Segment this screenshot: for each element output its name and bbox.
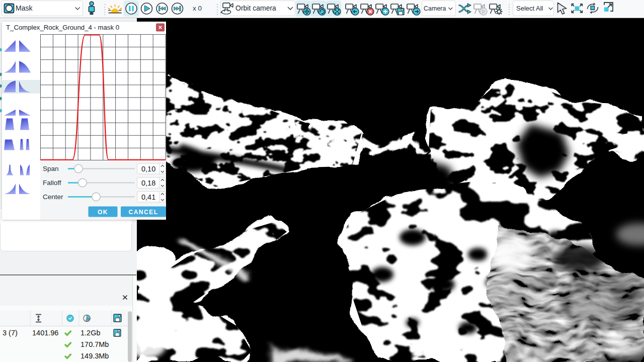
svg-text:CANCEL: CANCEL <box>129 209 158 216</box>
svg-text:0,10: 0,10 <box>141 165 155 173</box>
svg-text:OK: OK <box>98 209 108 216</box>
svg-text:170.7Mb: 170.7Mb <box>80 340 109 348</box>
svg-text:Span: Span <box>43 165 59 172</box>
svg-text:Falloff: Falloff <box>43 179 61 187</box>
svg-text:1.2Gb: 1.2Gb <box>80 329 101 337</box>
svg-text:1401.96: 1401.96 <box>32 329 58 337</box>
svg-text:0,41: 0,41 <box>141 193 155 201</box>
svg-text:3 (7): 3 (7) <box>3 329 18 337</box>
svg-text:T_Complex_Rock_Ground_4 - mask: T_Complex_Rock_Ground_4 - mask 0 <box>6 24 119 31</box>
svg-text:Center: Center <box>43 193 63 201</box>
svg-text:0,18: 0,18 <box>141 179 155 187</box>
svg-text:149.3Mb: 149.3Mb <box>80 352 109 360</box>
